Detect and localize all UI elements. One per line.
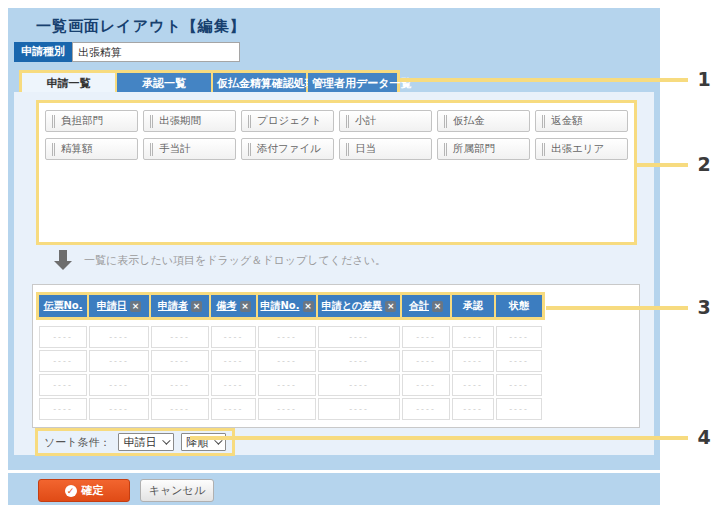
- column-header-label[interactable]: 申請日: [97, 299, 127, 313]
- table-cell: ----: [39, 398, 87, 420]
- palette-item-label: 仮払金: [453, 114, 485, 128]
- column-header-label[interactable]: 備考: [217, 299, 237, 313]
- palette-item[interactable]: 負担部門: [45, 110, 138, 132]
- table-cell: ----: [89, 374, 149, 396]
- remove-column-icon[interactable]: ×: [240, 301, 251, 312]
- drag-grip-icon: [444, 143, 447, 156]
- column-header: 申請No.×: [258, 295, 316, 317]
- table-cell: ----: [452, 398, 494, 420]
- table-header-highlight-box: 伝票No.申請日×申請者×備考×申請No.×申請との差異×合計×承認状態: [36, 292, 545, 320]
- request-type-row: 申請種別: [14, 42, 240, 62]
- tab-2[interactable]: 承認一覧: [117, 73, 211, 94]
- table-cell: ----: [211, 350, 256, 372]
- main-panel: 一覧画面レイアウト【編集】 申請種別 申請一覧承認一覧仮払金精算確認処理管理者用…: [8, 8, 660, 505]
- column-header: 申請日×: [89, 295, 149, 317]
- callout-number-1: 1: [692, 68, 716, 90]
- column-header: 申請との差異×: [318, 295, 400, 317]
- palette-item-label: 出張期間: [159, 114, 201, 128]
- column-header: 状態: [496, 295, 542, 317]
- remove-column-icon[interactable]: ×: [432, 301, 443, 312]
- instruction-row: 一覧に表示したい項目をドラッグ＆ドロップしてください。: [54, 250, 386, 270]
- drag-grip-icon: [248, 143, 251, 156]
- sort-field-value: 申請日: [124, 435, 157, 450]
- tab-3[interactable]: 仮払金精算確認処理: [213, 73, 306, 94]
- table-cell: ----: [402, 398, 450, 420]
- palette-item[interactable]: 日当: [339, 138, 432, 160]
- table-cell: ----: [211, 398, 256, 420]
- palette-item[interactable]: 精算額: [45, 138, 138, 160]
- down-arrow-icon: [54, 250, 72, 270]
- table-cell: ----: [151, 326, 209, 348]
- remove-column-icon[interactable]: ×: [303, 301, 314, 312]
- palette-item[interactable]: プロジェクト: [241, 110, 334, 132]
- drag-grip-icon: [150, 115, 153, 128]
- callout-number-2: 2: [692, 153, 716, 175]
- column-header: 合計×: [402, 295, 450, 317]
- drag-grip-icon: [444, 115, 447, 128]
- column-header-label[interactable]: 伝票No.: [43, 299, 82, 313]
- drag-grip-icon: [542, 115, 545, 128]
- table-cell: ----: [496, 398, 542, 420]
- table-cell: ----: [452, 350, 494, 372]
- palette-box: 負担部門出張期間プロジェクト小計仮払金返金額精算額手当計添付ファイル日当所属部門…: [36, 100, 637, 245]
- remove-column-icon[interactable]: ×: [130, 301, 141, 312]
- callout-line-1: [400, 78, 688, 82]
- table-cell: ----: [258, 326, 316, 348]
- table-cell: ----: [39, 374, 87, 396]
- palette-item-label: 負担部門: [61, 114, 103, 128]
- table-cell: ----: [496, 326, 542, 348]
- column-header-label: 承認: [463, 299, 483, 313]
- table-cell: ----: [402, 374, 450, 396]
- table-row: ------------------------------------: [39, 374, 544, 396]
- palette-grid: 負担部門出張期間プロジェクト小計仮払金返金額精算額手当計添付ファイル日当所属部門…: [39, 103, 634, 167]
- palette-item[interactable]: 所属部門: [437, 138, 530, 160]
- table-cell: ----: [258, 398, 316, 420]
- column-header-label[interactable]: 合計: [409, 299, 429, 313]
- palette-item[interactable]: 出張期間: [143, 110, 236, 132]
- table-cell: ----: [402, 350, 450, 372]
- drag-grip-icon: [150, 143, 153, 156]
- palette-item-label: 添付ファイル: [257, 142, 321, 156]
- table-cell: ----: [151, 398, 209, 420]
- sort-condition-label: ソート条件：: [44, 435, 111, 450]
- tab-4[interactable]: 管理者用データ一覧: [308, 73, 397, 94]
- footer-divider: [8, 470, 660, 473]
- palette-item[interactable]: 返金額: [535, 110, 628, 132]
- palette-item-label: 精算額: [61, 142, 93, 156]
- palette-item-label: 所属部門: [453, 142, 495, 156]
- request-type-input[interactable]: [72, 42, 240, 62]
- callout-number-4: 4: [692, 426, 716, 448]
- table-cell: ----: [89, 326, 149, 348]
- remove-column-icon[interactable]: ×: [385, 301, 396, 312]
- table-cell: ----: [258, 374, 316, 396]
- drag-grip-icon: [52, 115, 55, 128]
- drag-grip-icon: [346, 115, 349, 128]
- drag-grip-icon: [52, 143, 55, 156]
- column-header: 申請者×: [151, 295, 209, 317]
- sort-field-select[interactable]: 申請日: [118, 433, 174, 451]
- column-header-label[interactable]: 申請者: [158, 299, 188, 313]
- chevron-down-icon: [162, 436, 170, 444]
- palette-item[interactable]: 仮払金: [437, 110, 530, 132]
- column-header-label[interactable]: 申請との差異: [322, 299, 382, 313]
- palette-item-label: 日当: [355, 142, 376, 156]
- cancel-button[interactable]: キャンセル: [140, 479, 214, 502]
- column-header-label[interactable]: 申請No.: [260, 299, 299, 313]
- table-body: ----------------------------------------…: [39, 326, 544, 422]
- palette-item[interactable]: 手当計: [143, 138, 236, 160]
- table-row: ------------------------------------: [39, 326, 544, 348]
- layout-editor-page: 一覧画面レイアウト【編集】 申請種別 申請一覧承認一覧仮払金精算確認処理管理者用…: [0, 0, 722, 520]
- palette-item[interactable]: 小計: [339, 110, 432, 132]
- tab-1[interactable]: 申請一覧: [22, 73, 115, 94]
- table-cell: ----: [89, 350, 149, 372]
- check-icon: ✓: [65, 485, 77, 497]
- confirm-button[interactable]: ✓ 確定: [38, 479, 130, 502]
- request-type-label: 申請種別: [14, 42, 72, 62]
- palette-item[interactable]: 出張エリア: [535, 138, 628, 160]
- remove-column-icon[interactable]: ×: [191, 301, 202, 312]
- column-header: 備考×: [211, 295, 256, 317]
- palette-item[interactable]: 添付ファイル: [241, 138, 334, 160]
- palette-item-label: 小計: [355, 114, 376, 128]
- table-cell: ----: [496, 350, 542, 372]
- table-cell: ----: [211, 374, 256, 396]
